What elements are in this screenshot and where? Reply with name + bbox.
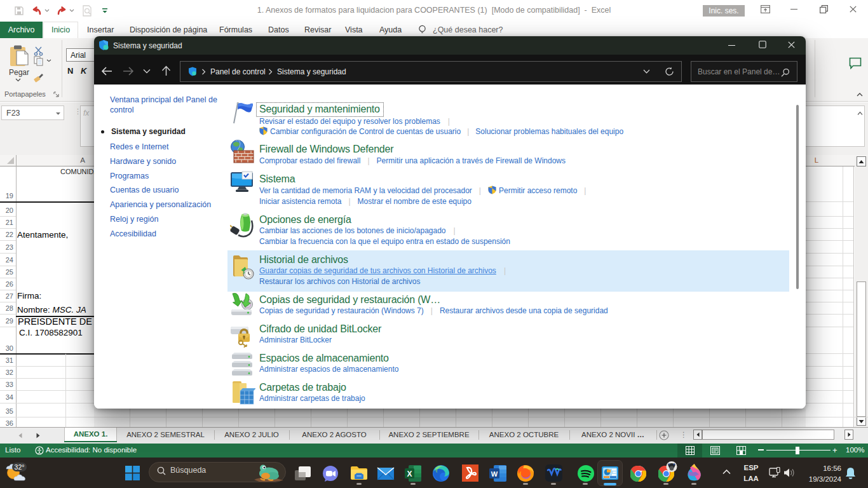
svg-text:X: X — [407, 470, 412, 478]
svg-text:W: W — [491, 470, 498, 478]
